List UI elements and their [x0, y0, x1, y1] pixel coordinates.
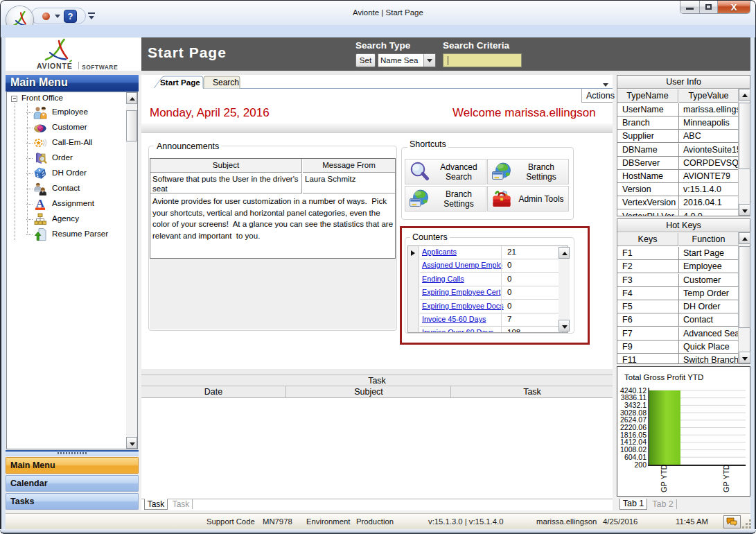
svg-text:GP YTD: GP YTD	[722, 464, 730, 492]
svg-text:Start Page: Start Page	[160, 78, 200, 87]
svg-text:200: 200	[634, 460, 647, 469]
svg-text:GP YTD: GP YTD	[660, 464, 668, 492]
svg-text:Search: Search	[213, 78, 239, 87]
